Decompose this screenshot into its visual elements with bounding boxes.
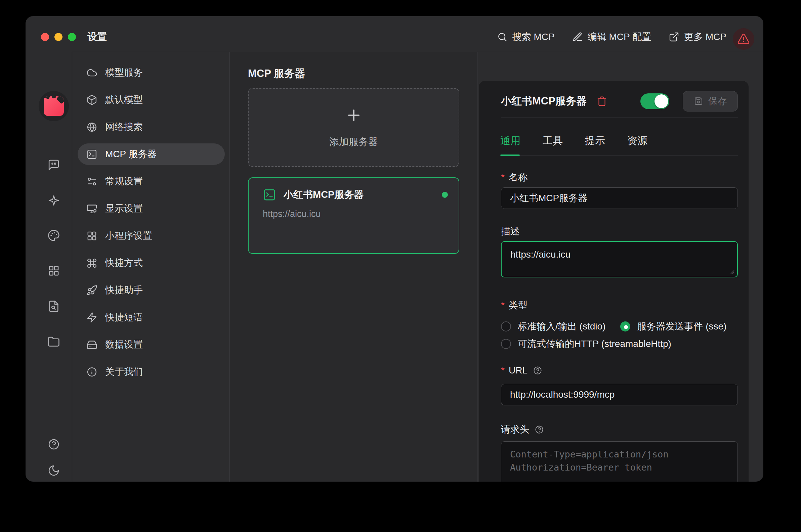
- help-circle-icon[interactable]: [535, 425, 544, 434]
- sidebar-item-label: 关于我们: [105, 365, 143, 378]
- rocket-icon: [86, 285, 97, 296]
- detail-panel: 小红书MCP服务器 保存 通用 工具: [479, 81, 749, 482]
- sidebar-item-model-services[interactable]: 模型服务: [78, 62, 225, 83]
- toggle-knob: [654, 94, 668, 108]
- sidebar-item-label: 默认模型: [105, 93, 143, 106]
- radio-sse[interactable]: 服务器发送事件 (sse): [620, 320, 726, 333]
- terminal-icon: [263, 188, 276, 202]
- header-divider: [501, 117, 738, 118]
- search-icon: [497, 32, 508, 42]
- type-radio-group: 标准输入/输出 (stdio) 服务器发送事件 (sse) 可流式传输的HTTP…: [501, 320, 738, 350]
- sidebar-item-default-models[interactable]: 默认模型: [78, 89, 225, 111]
- sidebar-item-label: 显示设置: [105, 202, 143, 215]
- tabs-divider: [501, 155, 738, 156]
- file-search-icon: [48, 300, 60, 313]
- server-active-dot: [442, 192, 448, 198]
- warning-badge[interactable]: [733, 28, 754, 50]
- required-asterisk: *: [501, 172, 505, 183]
- search-mcp-button[interactable]: 搜索 MCP: [497, 31, 555, 43]
- settings-sidebar: 模型服务 默认模型 网络搜索 MCP 服务器 常规设置 显示设置: [72, 52, 229, 482]
- globe-icon: [86, 121, 97, 133]
- sidebar-item-display[interactable]: 显示设置: [78, 198, 225, 219]
- sidebar-item-quick-assistant[interactable]: 快捷助手: [78, 280, 225, 301]
- edit-mcp-config-button[interactable]: 编辑 MCP 配置: [572, 31, 651, 43]
- moon-icon: [48, 464, 60, 477]
- titlebar: 设置 搜索 MCP 编辑 MCP 配置 更多 MCP: [25, 16, 763, 52]
- save-button[interactable]: 保存: [683, 91, 738, 112]
- sidebar-item-label: 数据设置: [105, 338, 143, 351]
- traffic-lights: [41, 33, 76, 41]
- radio-streamable-http[interactable]: 可流式传输的HTTP (streamableHttp): [501, 338, 671, 350]
- panel-header: 小红书MCP服务器 保存: [501, 90, 738, 112]
- url-input[interactable]: [501, 384, 738, 405]
- settings-window: 设置 搜索 MCP 编辑 MCP 配置 更多 MCP: [25, 16, 763, 482]
- sidebar-item-web-search[interactable]: 网络搜索: [78, 116, 225, 138]
- search-mcp-label: 搜索 MCP: [513, 31, 555, 43]
- radio-stdio[interactable]: 标准输入/输出 (stdio): [501, 320, 606, 333]
- sidebar-item-general[interactable]: 常规设置: [78, 171, 225, 192]
- delete-server-button[interactable]: [597, 96, 607, 107]
- close-button[interactable]: [41, 33, 49, 41]
- more-mcp-label: 更多 MCP: [684, 31, 726, 43]
- name-input[interactable]: [501, 187, 738, 209]
- app-logo[interactable]: [39, 91, 69, 121]
- app-rail: [25, 52, 72, 482]
- grid-icon: [86, 230, 97, 242]
- tab-resources[interactable]: 资源: [627, 131, 648, 150]
- type-label: * 类型: [501, 299, 527, 312]
- save-icon: [693, 96, 704, 106]
- server-card-url: https://aicu.icu: [263, 209, 451, 219]
- chat-nav-item[interactable]: [48, 159, 60, 171]
- sidebar-item-label: 模型服务: [105, 66, 143, 79]
- sidebar-item-shortcuts[interactable]: 快捷方式: [78, 252, 225, 274]
- theme-toggle-button[interactable]: [48, 464, 60, 477]
- info-icon: [86, 366, 97, 378]
- sidebar-item-miniapps[interactable]: 小程序设置: [78, 225, 225, 247]
- description-textarea[interactable]: https://aicu.icu: [501, 241, 738, 278]
- window-title: 设置: [87, 30, 107, 44]
- sidebar-item-label: 网络搜索: [105, 120, 143, 133]
- sidebar-item-about[interactable]: 关于我们: [78, 361, 225, 382]
- plus-icon: [345, 107, 362, 125]
- tab-prompts[interactable]: 提示: [585, 131, 605, 150]
- active-tab-underline: [500, 154, 520, 156]
- knowledge-nav-item[interactable]: [48, 300, 60, 313]
- headers-textarea[interactable]: [501, 441, 738, 482]
- external-link-icon: [669, 32, 679, 42]
- description-label: 描述: [501, 225, 520, 238]
- apps-nav-item[interactable]: [48, 265, 60, 277]
- help-circle-icon[interactable]: [533, 366, 542, 375]
- help-button[interactable]: [48, 438, 60, 451]
- add-server-card[interactable]: 添加服务器: [248, 88, 459, 167]
- radio-circle: [501, 321, 511, 331]
- cloud-icon: [86, 67, 97, 78]
- sidebar-item-data[interactable]: 数据设置: [78, 334, 225, 355]
- files-nav-item[interactable]: [48, 336, 60, 348]
- sidebar-item-label: 常规设置: [105, 175, 143, 188]
- server-card-title: 小红书MCP服务器: [284, 188, 434, 202]
- assistant-nav-item[interactable]: [48, 194, 60, 207]
- tab-tools[interactable]: 工具: [543, 131, 563, 150]
- headers-label: 请求头: [501, 423, 544, 436]
- enable-toggle[interactable]: [640, 93, 669, 109]
- help-circle-icon: [48, 438, 60, 451]
- palette-icon: [48, 229, 60, 242]
- more-mcp-button[interactable]: 更多 MCP: [669, 31, 726, 43]
- zoom-button[interactable]: [68, 33, 76, 41]
- edit-mcp-config-label: 编辑 MCP 配置: [588, 31, 651, 43]
- grid-icon: [48, 265, 60, 277]
- sidebar-item-label: 快捷助手: [105, 284, 143, 297]
- folder-icon: [48, 336, 60, 348]
- hard-drive-icon: [86, 339, 97, 350]
- sidebar-item-quick-phrases[interactable]: 快捷短语: [78, 307, 225, 328]
- save-label: 保存: [708, 95, 727, 108]
- sidebar-item-mcp-servers[interactable]: MCP 服务器: [78, 144, 225, 165]
- paintings-nav-item[interactable]: [48, 229, 60, 242]
- radio-circle: [501, 339, 511, 349]
- detail-tabs: 通用 工具 提示 资源: [500, 131, 648, 150]
- minimize-button[interactable]: [54, 33, 62, 41]
- sidebar-item-label: 快捷方式: [105, 256, 143, 269]
- server-card[interactable]: 小红书MCP服务器 https://aicu.icu: [248, 177, 459, 254]
- required-asterisk: *: [501, 365, 505, 376]
- tab-general[interactable]: 通用: [500, 131, 520, 150]
